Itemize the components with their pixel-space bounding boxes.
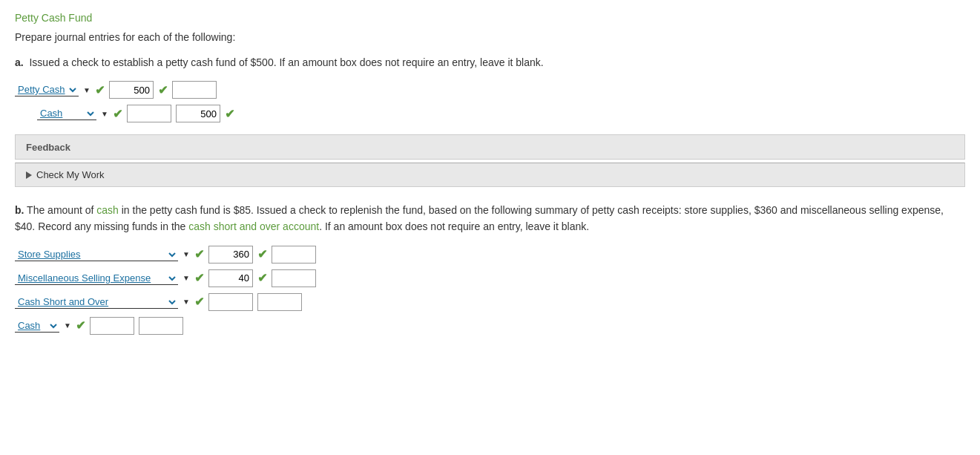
section-b-check1-icon: ✔ (194, 247, 204, 261)
section-a-debit1-input[interactable] (109, 81, 154, 99)
section-b-debit3-input[interactable] (208, 293, 253, 311)
subtitle: Prepare journal entries for each of the … (15, 31, 965, 43)
section-b-dropdown3-icon: ▼ (182, 298, 190, 306)
section-a-question: a. Issued a check to establish a petty c… (15, 55, 965, 71)
section-b-check4-icon: ✔ (257, 271, 267, 285)
section-b-text1: The amount of (27, 204, 96, 216)
section-b-debit4-input[interactable] (90, 317, 134, 335)
section-b-account1-select[interactable]: Store Supplies (15, 248, 178, 261)
section-b-credit2-input[interactable] (272, 269, 316, 287)
section-b-credit4-input[interactable] (139, 317, 183, 335)
section-a-dropdown2-icon: ▼ (101, 110, 108, 118)
section-b-debit1-input[interactable] (208, 246, 253, 263)
section-a-row1: Petty Cash ▼ ✔ ✔ (15, 81, 965, 99)
cash-link[interactable]: cash (96, 204, 119, 216)
section-b-credit1-input[interactable] (272, 246, 316, 263)
section-b-label: b. (15, 204, 24, 216)
section-b-check6-icon: ✔ (76, 318, 85, 333)
section-a-account1-select[interactable]: Petty Cash (15, 83, 79, 96)
section-b-dropdown2-icon: ▼ (182, 274, 190, 282)
section-b-row2: Miscellaneous Selling Expense ▼ ✔ ✔ (15, 269, 965, 287)
section-b-row4: Cash ▼ ✔ (15, 317, 965, 335)
section-a-text: Issued a check to establish a petty cash… (29, 56, 543, 68)
section-b-check3-icon: ✔ (194, 271, 204, 285)
section-a-check3-icon: ✔ (113, 107, 122, 121)
section-b-text3: . If an amount box does not require an e… (319, 220, 589, 232)
section-b-account3-select[interactable]: Cash Short and Over (15, 295, 178, 309)
section-b-question: b. The amount of cash in the petty cash … (15, 202, 965, 235)
triangle-icon (26, 171, 32, 179)
section-a-check2-icon: ✔ (158, 83, 168, 97)
section-b-row3: Cash Short and Over ▼ ✔ (15, 293, 965, 311)
section-b-credit3-input[interactable] (257, 293, 302, 311)
section-a-dropdown1-icon: ▼ (83, 86, 91, 94)
feedback-label: Feedback (26, 142, 70, 153)
section-b-account2-select[interactable]: Miscellaneous Selling Expense (15, 272, 178, 285)
section-a-credit1-input[interactable] (172, 81, 217, 99)
section-b-check5-icon: ✔ (194, 295, 204, 309)
section-b-debit2-input[interactable] (208, 269, 253, 287)
section-b: b. The amount of cash in the petty cash … (15, 202, 965, 335)
section-b-check2-icon: ✔ (257, 247, 267, 261)
section-a-label: a. (15, 56, 24, 68)
section-b-row1: Store Supplies ▼ ✔ ✔ (15, 246, 965, 263)
section-a-account2-select[interactable]: Cash (37, 107, 96, 120)
section-a-check1-icon: ✔ (95, 83, 105, 97)
check-my-work-label: Check My Work (36, 169, 105, 180)
section-a-debit2-input[interactable] (127, 105, 171, 122)
section-a: a. Issued a check to establish a petty c… (15, 55, 965, 187)
feedback-box: Feedback (15, 134, 965, 160)
page-title: Petty Cash Fund (15, 12, 965, 24)
section-b-dropdown1-icon: ▼ (182, 250, 190, 258)
section-a-credit2-input[interactable] (176, 105, 220, 122)
section-a-row2: Cash ▼ ✔ ✔ (37, 105, 965, 122)
section-b-account4-select[interactable]: Cash (15, 319, 59, 333)
section-a-check4-icon: ✔ (225, 107, 234, 121)
section-b-dropdown4-icon: ▼ (64, 321, 71, 330)
cash-short-link[interactable]: cash short and over account (188, 220, 319, 232)
check-my-work-row[interactable]: Check My Work (15, 163, 965, 187)
